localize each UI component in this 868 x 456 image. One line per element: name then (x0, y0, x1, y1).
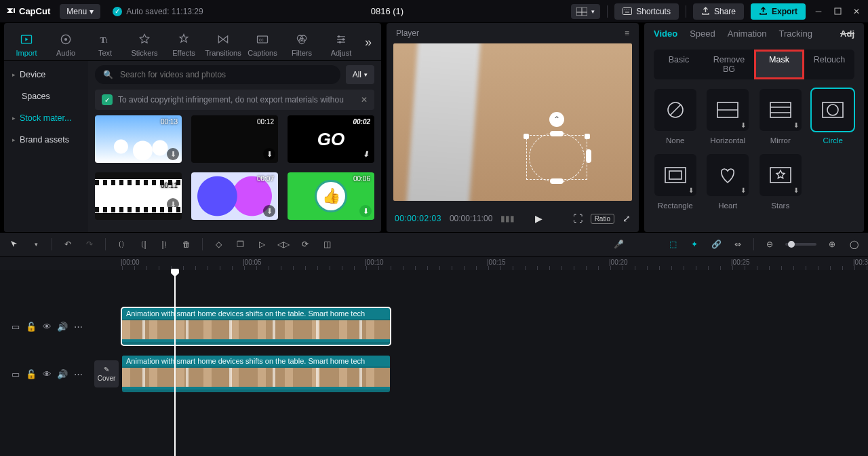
layout-button[interactable]: ▾ (571, 4, 600, 19)
tool-tab-transitions[interactable]: Transitions (203, 28, 243, 57)
media-thumb[interactable]: 00:13⬇ (95, 115, 182, 163)
inspector-tab-video[interactable]: Video (654, 28, 677, 44)
track-lock-button[interactable]: 🔓 (26, 369, 36, 379)
player-menu-icon[interactable]: ≡ (625, 28, 629, 38)
media-thumb[interactable]: 00:11⬇ (95, 172, 182, 220)
tool-tab-filters[interactable]: Filters (282, 28, 321, 57)
mask-option-circle[interactable]: Circle (812, 89, 855, 145)
timeline-clip[interactable]: Animation with smart home devices shifts… (122, 356, 390, 392)
inspector-tab-speed[interactable]: Speed (690, 28, 715, 44)
cursor-tool[interactable] (8, 238, 20, 250)
link-button[interactable]: 🔗 (710, 238, 722, 250)
search-input[interactable] (119, 69, 332, 80)
track-lane[interactable]: Animation with smart home devices shifts… (122, 304, 868, 349)
minimize-button[interactable]: ─ (812, 5, 825, 18)
shortcuts-button[interactable]: Shortcuts (614, 3, 679, 20)
track-mute-button[interactable]: 🔊 (58, 322, 67, 331)
mic-record-button[interactable]: 🎤 (612, 238, 625, 250)
search-box[interactable]: 🔍 (95, 65, 340, 84)
mirror-h-button[interactable]: ◁▷ (277, 238, 290, 250)
mask-option-stars[interactable]: ⬇ Stars (759, 154, 802, 210)
quality-button[interactable]: ▮▮▮ (500, 214, 515, 223)
play-button[interactable]: ▶ (535, 213, 542, 224)
download-icon[interactable]: ⬇ (359, 148, 372, 160)
mask-option-none[interactable]: None (654, 89, 697, 145)
subtab-mask[interactable]: Mask (754, 50, 804, 79)
tool-tab-effects[interactable]: Effects (164, 28, 203, 57)
tool-tab-adjust[interactable]: Adjust (321, 28, 361, 57)
magnet-button[interactable]: ⬚ (667, 238, 679, 250)
tool-tab-text[interactable]: TI Text (85, 28, 125, 57)
filter-all-button[interactable]: All ▾ (346, 65, 374, 84)
track-visibility-button[interactable]: 👁 (42, 369, 52, 379)
tool-tab-captions[interactable]: cc Captions (243, 28, 282, 57)
download-icon[interactable]: ⬇ (263, 148, 275, 160)
duplicate-button[interactable]: ❐ (234, 238, 246, 250)
download-icon[interactable]: ⬇ (359, 205, 372, 217)
inspector-tab-more[interactable]: Adj (840, 28, 854, 44)
expand-up-icon[interactable]: ⌃ (549, 112, 564, 127)
mask-option-mirror[interactable]: ⬇ Mirror (759, 89, 802, 145)
mask-option-horizontal[interactable]: ⬇ Horizontal (707, 89, 750, 145)
export-button[interactable]: Export (751, 3, 806, 20)
snap-button[interactable]: ✦ (688, 238, 701, 250)
track-rect-icon[interactable]: ▭ (11, 369, 20, 379)
tool-tab-import[interactable]: Import (7, 28, 46, 57)
cursor-tool-dropdown[interactable]: ▾ (30, 238, 42, 250)
split-button[interactable]: ⟮⟯ (115, 238, 127, 250)
subtab-basic[interactable]: Basic (654, 50, 704, 79)
download-icon[interactable]: ⬇ (167, 198, 179, 210)
subtab-removebg[interactable]: Remove BG (704, 50, 754, 79)
zoom-slider[interactable] (785, 243, 816, 246)
close-warning-button[interactable]: ✕ (361, 95, 368, 104)
close-button[interactable]: ✕ (850, 5, 863, 18)
share-button[interactable]: Share (693, 3, 744, 20)
track-mute-button[interactable]: 🔊 (58, 369, 67, 379)
track-lock-button[interactable]: 🔓 (26, 322, 36, 331)
aspect-ratio-button[interactable]: Ratio (591, 214, 614, 224)
fullscreen-button[interactable]: ⤢ (623, 213, 631, 224)
rotate-button[interactable]: ⟳ (299, 238, 311, 250)
download-icon[interactable]: ⬇ (263, 205, 275, 217)
mask-option-rectangle[interactable]: ⬇ Rectangle (654, 154, 697, 210)
fit-screen-button[interactable]: ⛶ (573, 213, 583, 224)
timeline-clip[interactable]: Animation with smart home devices shifts… (122, 308, 390, 345)
undo-button[interactable]: ↶ (62, 238, 74, 250)
tool-tab-stickers[interactable]: Stickers (125, 28, 164, 57)
maximize-button[interactable] (831, 5, 844, 18)
player-preview[interactable]: ⌃ (393, 43, 632, 201)
track-lane[interactable]: Animation with smart home devices shifts… (122, 352, 868, 396)
track-more-button[interactable]: ⋯ (73, 322, 83, 331)
playhead[interactable] (174, 270, 176, 456)
align-button[interactable]: ⇔ (732, 238, 744, 250)
subtab-retouch[interactable]: Retouch (804, 50, 854, 79)
mask-transform-gizmo[interactable]: ⌃ (519, 127, 594, 185)
cover-button[interactable]: ✎ Cover (94, 360, 119, 387)
tool-tabs-more[interactable]: » (365, 35, 378, 50)
zoom-out-button[interactable]: ⊖ (764, 238, 776, 250)
sidebar-item-stock[interactable]: ▸Stock mater... (4, 107, 88, 129)
track-visibility-button[interactable]: 👁 (42, 322, 52, 331)
inspector-tab-animation[interactable]: Animation (728, 28, 767, 44)
play-selection-button[interactable]: ▷ (256, 238, 268, 250)
marker-button[interactable]: ◇ (212, 238, 224, 250)
tool-tab-audio[interactable]: Audio (46, 28, 85, 57)
media-thumb[interactable]: 👍00:06⬇ (288, 172, 374, 220)
media-thumb[interactable]: 00:07⬇ (191, 172, 278, 220)
media-thumb[interactable]: GO00:02⬇ (288, 115, 374, 163)
sidebar-item-device[interactable]: ▸Device (4, 64, 88, 86)
mask-option-heart[interactable]: ⬇ Heart (707, 154, 750, 210)
download-icon[interactable]: ⬇ (167, 148, 179, 160)
track-more-button[interactable]: ⋯ (73, 369, 83, 379)
zoom-fit-button[interactable]: ◯ (848, 238, 860, 250)
sidebar-item-brand[interactable]: ▸Brand assets (4, 129, 88, 151)
timeline-ruler[interactable]: |00:00 |00:05 |00:10 |00:15 |00:20 |00:2… (0, 256, 868, 270)
menu-button[interactable]: Menu ▾ (60, 4, 100, 19)
split-left-button[interactable]: ⟮| (137, 238, 149, 250)
crop-button[interactable]: ◫ (321, 238, 333, 250)
inspector-tab-tracking[interactable]: Tracking (779, 28, 812, 44)
redo-button[interactable]: ↷ (83, 238, 96, 250)
media-thumb[interactable]: 00:12⬇ (191, 115, 278, 163)
delete-button[interactable]: 🗑 (180, 238, 193, 250)
track-rect-icon[interactable]: ▭ (11, 322, 20, 331)
